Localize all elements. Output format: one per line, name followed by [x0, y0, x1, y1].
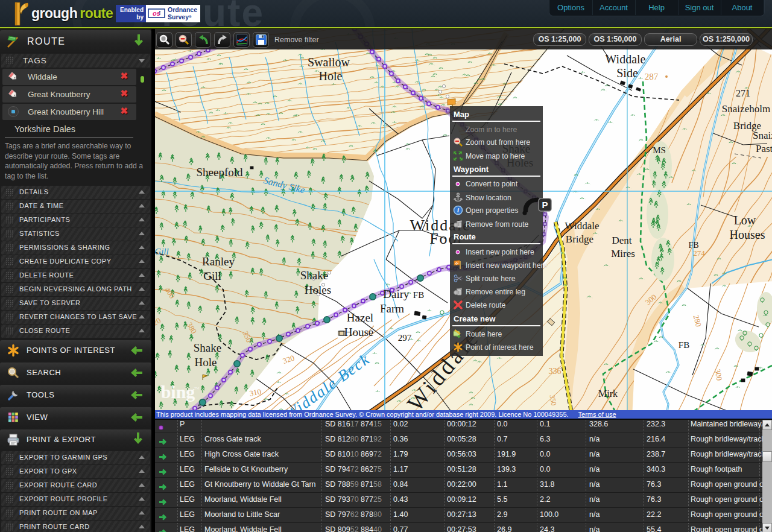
svg-text:Shake: Shake — [194, 341, 221, 354]
svg-text:Mires: Mires — [611, 248, 635, 259]
svg-text:Widdale: Widdale — [606, 52, 646, 66]
svg-text:Pastu: Pastu — [756, 143, 772, 154]
svg-text:Ranley: Ranley — [202, 255, 235, 268]
svg-text:271: 271 — [736, 88, 750, 98]
svg-text:Mirk: Mirk — [598, 388, 618, 399]
svg-text:Swallow: Swallow — [308, 55, 350, 69]
svg-text:Holes: Holes — [305, 283, 331, 296]
svg-text:bing: bing — [161, 382, 195, 402]
svg-text:Houses: Houses — [730, 228, 765, 241]
svg-text:Gill: Gill — [203, 270, 221, 282]
svg-text:Widdale: Widdale — [565, 220, 600, 232]
svg-text:FB: FB — [413, 290, 424, 300]
svg-text:Hole: Hole — [195, 356, 217, 369]
svg-text:™: ™ — [194, 386, 200, 392]
svg-text:House: House — [344, 326, 374, 338]
svg-text:Farm: Farm — [380, 302, 404, 315]
svg-text:336: 336 — [549, 367, 562, 376]
svg-text:Dent: Dent — [612, 235, 631, 246]
svg-text:287: 287 — [645, 72, 659, 81]
svg-text:Hazel: Hazel — [347, 311, 373, 324]
svg-text:Bridge: Bridge — [566, 233, 593, 245]
svg-text:Dairy: Dairy — [383, 288, 410, 300]
svg-text:P: P — [542, 200, 548, 210]
svg-text:Sheepfold: Sheepfold — [196, 166, 243, 179]
svg-text:Side: Side — [616, 66, 638, 80]
svg-text:Snaizeholm: Snaizeholm — [722, 103, 770, 115]
svg-text:MS: MS — [653, 145, 666, 155]
svg-text:Low: Low — [734, 214, 756, 227]
svg-text:os: os — [153, 10, 160, 17]
svg-text:Gill: Gill — [155, 247, 169, 256]
svg-text:FB: FB — [679, 340, 689, 350]
svg-text:297: 297 — [398, 333, 412, 343]
svg-text:Snaizeh: Snaizeh — [753, 130, 772, 141]
svg-text:Hole: Hole — [319, 69, 343, 83]
svg-text:274: 274 — [693, 249, 705, 258]
svg-text:Shake: Shake — [300, 269, 328, 282]
